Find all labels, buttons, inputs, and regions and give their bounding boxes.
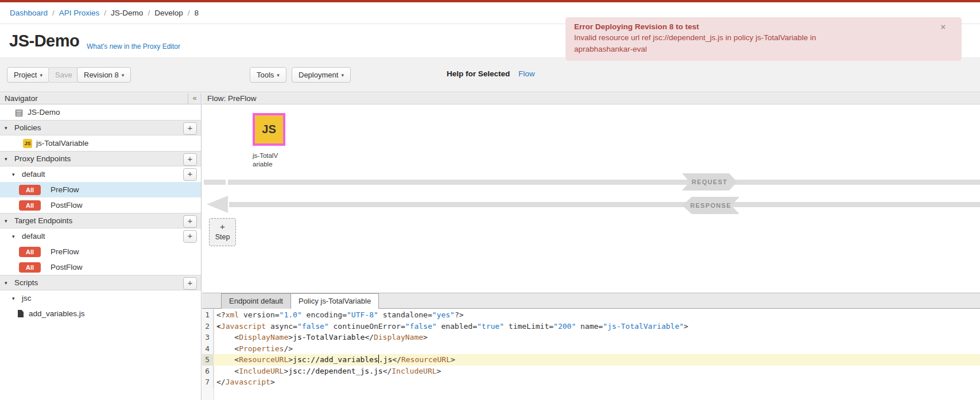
tree-caret-icon[interactable]: ▾ [5,156,10,162]
nav-item-label: jsc [22,294,32,302]
nav-item-label: PostFlow [51,201,83,209]
code-text: <ResourceURL>jsc://add_variables.js</Res… [214,354,455,366]
collapse-panel-button[interactable]: « [188,93,201,104]
code-line-7[interactable]: 7</Javascript> [202,376,980,388]
tree-caret-icon[interactable]: ▾ [12,234,17,239]
code-area[interactable]: 1<?xml version="1.0" encoding="UTF-8" st… [202,309,980,400]
tree-caret-icon[interactable]: ▾ [5,218,10,224]
line-number: 1 [202,309,214,321]
navigator-title: Navigator [5,94,38,103]
code-line-1[interactable]: 1<?xml version="1.0" encoding="UTF-8" st… [202,309,980,321]
nav-item-policies[interactable]: ▾Policies+ [0,120,201,135]
request-ribbon: REQUEST [682,173,737,191]
nav-item-jsc[interactable]: ▾jsc [0,290,201,306]
flow-header: Flow: PreFlow [202,93,980,104]
nav-item-default[interactable]: ▾default+ [0,228,201,244]
breadcrumb-develop: Develop [154,9,183,17]
add-button[interactable]: + [183,277,197,290]
code-line-6[interactable]: 6 <IncludeURL>jsc://dependent_js.js</Inc… [202,366,980,377]
plus-icon: + [210,220,235,233]
navigator-header: Navigator « [0,93,201,104]
add-button[interactable]: + [183,153,197,166]
breadcrumb-api-proxies[interactable]: API Proxies [59,9,100,17]
breadcrumb-8: 8 [194,9,199,17]
navigator-tree: ▤JS-Demo▾Policies+JSjs-TotalVariable▾Pro… [0,104,201,321]
line-number: 5 [202,354,214,366]
nav-item-label: JS-Demo [28,108,60,116]
editor-tab-endpoint-default[interactable]: Endpoint default [221,293,291,309]
save-button[interactable]: Save [48,67,79,83]
request-line-start [204,180,226,185]
deployment-button[interactable]: Deployment▾ [292,67,351,83]
flow-help-link[interactable]: Flow [518,69,535,78]
add-button[interactable]: + [183,122,197,135]
nav-item-label: Policies [14,123,41,132]
chevron-down-icon: ▾ [122,72,125,78]
tree-caret-icon[interactable]: ▾ [5,125,10,131]
add-button[interactable]: + [183,215,197,228]
code-line-3[interactable]: 3 <DisplayName>js-TotalVariable</Display… [202,332,980,343]
nav-item-label: PreFlow [51,247,79,256]
code-text: </Javascript> [214,376,275,388]
nav-item-label: add_variables.js [29,309,85,318]
editor-tab-bar: Endpoint defaultPolicy js-TotalVariable [202,293,980,309]
nav-item-target-endpoints[interactable]: ▾Target Endpoints+ [0,213,201,228]
revision-button[interactable]: Revision 8▾ [77,67,131,83]
nav-item-label: js-TotalVariable [36,139,88,147]
response-ribbon: RESPONSE [682,197,739,214]
nav-item-preflow[interactable]: AllPreFlow [0,182,201,197]
navigator-panel: Navigator « ▤JS-Demo▾Policies+JSjs-Total… [0,93,202,400]
line-number: 2▾ [202,321,214,332]
code-line-2[interactable]: 2▾<Javascript async="false" continueOnEr… [202,321,980,332]
nav-item-js-demo[interactable]: ▤JS-Demo [0,104,201,120]
js-policy-node[interactable]: JS [253,113,285,146]
error-toast-message-line-2: aprabhashankar-eval [574,44,934,55]
add-button[interactable]: + [183,168,197,181]
nav-item-label: Target Endpoints [14,216,72,225]
nav-item-scripts[interactable]: ▾Scripts+ [0,275,201,290]
chevron-down-icon: ▾ [40,72,42,78]
file-icon [18,310,24,317]
code-line-4[interactable]: 4 <Properties/> [202,343,980,355]
tree-caret-icon[interactable]: ▾ [12,172,17,177]
add-step-button[interactable]: + Step [209,218,236,246]
tree-caret-icon[interactable]: ▾ [12,296,17,301]
code-text: <?xml version="1.0" encoding="UTF-8" sta… [214,309,464,321]
tools-button[interactable]: Tools▾ [250,67,286,83]
add-button[interactable]: + [183,230,197,243]
code-editor: Endpoint defaultPolicy js-TotalVariable … [202,293,980,400]
editor-tab-policy-js-totalvariable[interactable]: Policy js-TotalVariable [290,293,379,309]
error-toast-message-line-1: Invalid resource url ref jsc://dependent… [574,32,934,44]
nav-item-label: PreFlow [51,185,79,194]
flow-panel: Flow: PreFlow JS js-TotalV ariable REQUE… [202,93,980,400]
nav-item-label: Proxy Endpoints [14,154,71,163]
nav-item-default[interactable]: ▾default+ [0,166,201,182]
flow-condition-badge: All [19,185,41,195]
nav-item-preflow[interactable]: AllPreFlow [0,244,201,259]
nav-item-postflow[interactable]: AllPostFlow [0,259,201,275]
whats-new-link[interactable]: What's new in the Proxy Editor [87,42,180,51]
code-text: <Properties/> [214,343,293,355]
error-toast-title: Error Deploying Revision 8 to test [574,22,934,31]
flow-condition-badge: All [19,262,41,273]
fold-caret-icon[interactable]: ▾ [217,321,220,332]
nav-item-postflow[interactable]: AllPostFlow [0,197,201,213]
project-button[interactable]: Project▾ [7,67,49,83]
tree-caret-icon[interactable]: ▾ [5,280,10,286]
breadcrumb-separator: / [104,9,106,17]
line-number: 7 [202,376,214,388]
code-text: <Javascript async="false" continueOnErro… [214,321,688,332]
nav-item-proxy-endpoints[interactable]: ▾Proxy Endpoints+ [0,151,201,166]
nav-item-label: default [22,170,45,178]
nav-item-js-totalvariable[interactable]: JSjs-TotalVariable [0,135,201,151]
close-icon[interactable]: × [940,22,946,32]
page-title: JS-Demo [9,32,79,51]
nav-item-label: Scripts [14,278,38,287]
help-for-selected-label: Help for Selected [447,69,510,78]
nav-item-add-variables-js[interactable]: add_variables.js [0,306,201,321]
code-line-5[interactable]: 5 <ResourceURL>jsc://add_variables.js</R… [202,354,980,366]
code-text: <DisplayName>js-TotalVariable</DisplayNa… [214,332,428,343]
flow-condition-badge: All [19,200,41,211]
breadcrumb-dashboard[interactable]: Dashboard [10,9,48,17]
response-line [229,202,980,207]
